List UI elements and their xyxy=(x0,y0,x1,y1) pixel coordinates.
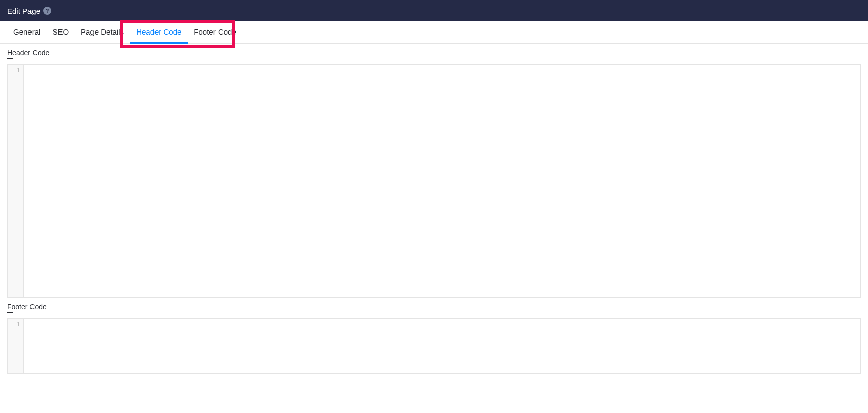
footer-code-section: Footer Code 1 xyxy=(0,298,868,374)
tab-general[interactable]: General xyxy=(7,21,46,44)
header-code-label: Header Code xyxy=(7,49,49,57)
footer-code-label: Footer Code xyxy=(7,303,47,311)
header-code-gutter: 1 xyxy=(8,65,24,297)
tab-footer-code[interactable]: Footer Code xyxy=(188,21,242,44)
label-underline xyxy=(7,312,13,313)
page-title: Edit Page xyxy=(7,7,40,15)
footer-code-gutter: 1 xyxy=(8,319,24,373)
label-underline xyxy=(7,58,13,59)
help-icon[interactable]: ? xyxy=(43,7,51,15)
tab-header-code[interactable]: Header Code xyxy=(130,21,188,44)
tab-bar: General SEO Page Details Header Code Foo… xyxy=(0,21,868,44)
top-bar: Edit Page ? xyxy=(0,0,868,21)
footer-code-editor[interactable]: 1 xyxy=(7,318,861,374)
footer-code-input[interactable] xyxy=(24,319,860,373)
tab-page-details[interactable]: Page Details xyxy=(75,21,130,44)
header-code-section: Header Code 1 xyxy=(0,44,868,298)
header-code-input[interactable] xyxy=(24,65,860,297)
header-code-editor[interactable]: 1 xyxy=(7,64,861,298)
tab-seo[interactable]: SEO xyxy=(46,21,75,44)
